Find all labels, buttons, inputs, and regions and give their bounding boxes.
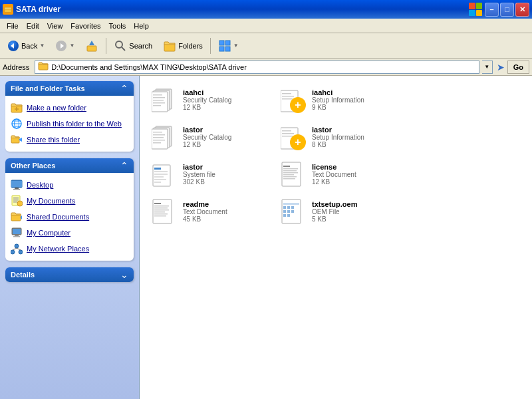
svg-rect-92 — [154, 211, 165, 213]
svg-rect-84 — [283, 174, 294, 176]
svg-rect-48 — [153, 97, 165, 98]
file-icon-0 — [151, 86, 178, 113]
other-places-title: Other Places — [11, 162, 55, 170]
up-button[interactable] — [80, 36, 103, 56]
other-places-collapse[interactable]: ⌃ — [120, 161, 128, 170]
file-item[interactable]: txtsetup.oem OEM File 5 KB — [275, 194, 402, 229]
minimize-button[interactable]: – — [485, 3, 499, 17]
forward-button[interactable]: ▼ — [51, 36, 79, 56]
file-info-1: iaahci Setup Information 9 KB — [312, 88, 364, 111]
search-button[interactable]: Search — [109, 36, 157, 56]
svg-rect-103 — [283, 214, 286, 217]
file-item[interactable]: + iaahci Setup Information 9 KB — [275, 82, 402, 117]
file-item[interactable]: iaahci Security Catalog 12 KB — [146, 82, 273, 117]
svg-rect-99 — [291, 206, 294, 209]
nav-desktop[interactable]: Desktop — [8, 177, 131, 193]
svg-rect-10 — [164, 44, 175, 51]
svg-rect-63 — [153, 137, 164, 138]
svg-rect-73 — [154, 168, 161, 170]
svg-rect-93 — [154, 213, 168, 215]
file-info-2: iastor Security Catalog 12 KB — [183, 126, 231, 148]
app-icon — [3, 4, 13, 15]
file-size-6: 45 KB — [183, 215, 227, 223]
file-item[interactable]: license Text Document 12 KB — [275, 157, 402, 192]
file-size-3: 8 KB — [312, 141, 364, 148]
nav-my-computer[interactable]: My Computer — [8, 225, 131, 241]
file-name-7: txtsetup.oem — [312, 200, 357, 208]
svg-rect-54 — [282, 96, 294, 97]
svg-rect-49 — [153, 100, 164, 101]
menu-tools[interactable]: Tools — [105, 21, 130, 31]
svg-rect-51 — [153, 105, 161, 106]
close-button[interactable]: ✕ — [515, 3, 529, 17]
svg-rect-86 — [283, 178, 295, 180]
file-type-5: Text Document — [312, 171, 356, 178]
views-icon — [218, 39, 231, 53]
forward-icon — [55, 40, 67, 52]
nav-network-places[interactable]: My Network Places — [8, 241, 131, 257]
address-bar: Address ▼ ➤ Go — [0, 59, 532, 76]
svg-rect-61 — [153, 132, 162, 133]
go-button[interactable]: Go — [507, 61, 529, 74]
file-item[interactable]: + iastor Setup Information 8 KB — [275, 120, 402, 154]
menu-favorites[interactable]: Favorites — [66, 21, 104, 31]
menu-help[interactable]: Help — [130, 21, 153, 31]
publish-folder-link[interactable]: Publish this folder to the Web — [8, 116, 131, 132]
svg-text:+: + — [295, 136, 301, 148]
file-icon-1: + — [280, 86, 307, 113]
details-collapse[interactable]: ⌄ — [120, 270, 128, 279]
svg-rect-100 — [283, 210, 286, 213]
svg-rect-77 — [154, 179, 166, 180]
menu-edit[interactable]: Edit — [23, 21, 43, 31]
svg-rect-1 — [5, 7, 12, 9]
address-input[interactable] — [51, 63, 475, 71]
file-icon-6 — [151, 198, 178, 225]
back-button[interactable]: Back ▼ — [3, 36, 49, 56]
left-panel: File and Folder Tasks ⌃ Make a new folde… — [0, 76, 140, 399]
svg-rect-91 — [154, 209, 169, 211]
address-dropdown-arrow[interactable]: ▼ — [482, 61, 493, 74]
svg-rect-89 — [154, 205, 169, 207]
folders-button[interactable]: Folders — [158, 36, 207, 56]
menu-view[interactable]: View — [43, 21, 67, 31]
address-input-wrap — [35, 61, 479, 74]
svg-rect-69 — [282, 136, 293, 137]
go-arrow-icon: ➤ — [497, 62, 505, 72]
views-button[interactable]: ▼ — [213, 36, 243, 56]
svg-rect-26 — [11, 181, 22, 187]
file-info-6: readme Text Document 45 KB — [183, 200, 227, 223]
file-name-1: iaahci — [312, 88, 364, 96]
svg-rect-53 — [282, 93, 291, 94]
file-info-5: license Text Document 12 KB — [312, 163, 356, 186]
details-header: Details ⌄ — [5, 267, 134, 282]
svg-rect-67 — [282, 130, 291, 132]
svg-rect-50 — [153, 102, 165, 104]
back-icon — [7, 40, 19, 52]
file-tasks-panel: File and Folder Tasks ⌃ Make a new folde… — [5, 81, 134, 152]
svg-rect-55 — [282, 98, 293, 100]
shared-documents-icon — [11, 211, 23, 223]
make-folder-link[interactable]: Make a new folder — [8, 100, 131, 116]
file-type-0: Security Catalog — [183, 96, 231, 104]
file-item[interactable]: iastor System file 302 KB — [146, 157, 273, 192]
svg-text:+: + — [295, 99, 301, 110]
nav-shared-documents[interactable]: Shared Documents — [8, 209, 131, 225]
file-type-7: OEM File — [312, 208, 357, 215]
file-item[interactable]: iastor Security Catalog 12 KB — [146, 120, 273, 154]
svg-rect-101 — [287, 210, 290, 213]
svg-rect-96 — [283, 203, 299, 205]
file-tasks-collapse[interactable]: ⌃ — [120, 84, 128, 93]
share-folder-link[interactable]: Share this folder — [8, 132, 131, 148]
file-type-1: Setup Information — [312, 96, 364, 104]
share-folder-icon — [11, 134, 23, 146]
file-item[interactable]: readme Text Document 45 KB — [146, 194, 273, 229]
nav-my-documents[interactable]: My Documents — [8, 193, 131, 209]
file-size-2: 12 KB — [183, 141, 231, 148]
file-type-4: System file — [183, 171, 215, 178]
up-icon — [85, 39, 98, 53]
maximize-button[interactable]: □ — [500, 3, 514, 17]
file-icon-3: + — [280, 124, 307, 150]
title-bar: SATA driver – □ ✕ — [0, 0, 532, 19]
menu-file[interactable]: File — [3, 21, 23, 31]
toolbar: Back ▼ ▼ Search Folders — [0, 33, 532, 59]
